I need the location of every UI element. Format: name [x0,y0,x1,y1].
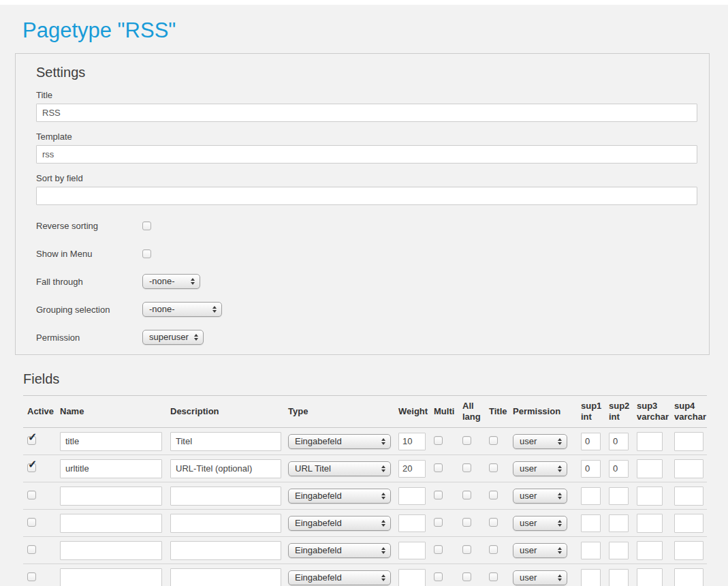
field-weight-input[interactable] [398,514,426,532]
field-active-checkbox[interactable] [27,463,36,472]
field-weight-input[interactable] [398,433,426,450]
field-type-select[interactable]: Eingabefeld [288,543,391,558]
column-header-sup4-varchar: sup4 varchar [674,401,707,422]
field-title-checkbox[interactable] [489,491,498,499]
field-sup2-input[interactable] [609,542,629,559]
field-multi-checkbox[interactable] [434,491,443,499]
field-sup3-input[interactable] [637,487,663,506]
field-weight-input[interactable] [398,460,426,478]
field-type-select[interactable]: Eingabefeld [288,434,391,449]
field-type-select[interactable]: URL Titel [288,461,391,476]
permission-select[interactable]: superuser [142,330,204,345]
field-type-select[interactable]: Eingabefeld [288,489,391,504]
field-sup4-input[interactable] [674,487,703,506]
field-active-checkbox[interactable] [27,545,36,554]
field-sup4-input[interactable] [674,541,703,560]
field-sup2-input[interactable] [609,433,629,450]
field-all-lang-checkbox[interactable] [462,463,471,472]
field-name-input[interactable] [60,432,162,451]
field-multi-checkbox[interactable] [434,463,443,472]
field-sup4-input[interactable] [674,568,703,586]
field-active-checkbox[interactable] [27,436,36,445]
field-sup3-input[interactable] [637,568,663,586]
field-permission-select[interactable]: user [513,516,567,531]
title-input[interactable] [36,104,697,122]
select-arrows-icon [558,493,562,499]
field-sup3-input[interactable] [637,541,663,560]
field-sup1-input[interactable] [581,460,601,478]
field-all-lang-checkbox[interactable] [462,518,471,527]
field-sup3-input[interactable] [637,514,663,533]
field-description-input[interactable] [170,459,281,478]
field-multi-checkbox[interactable] [434,572,443,581]
field-name-input[interactable] [60,541,162,560]
field-name-input[interactable] [60,459,162,478]
field-sup1-input[interactable] [581,542,601,559]
field-all-lang-checkbox[interactable] [462,545,471,554]
sort-by-field-label: Sort by field [36,173,697,183]
field-permission-select-value: user [520,491,537,501]
field-name-input[interactable] [60,568,162,586]
page-title: Pagetype "RSS" [22,18,728,43]
field-name-input[interactable] [60,514,162,533]
field-permission-select-value: user [520,436,537,446]
field-active-checkbox[interactable] [27,518,36,527]
grouping-selection-select[interactable]: -none- [142,302,222,317]
column-header-permission: Permission [513,406,581,417]
field-sup3-input[interactable] [637,432,663,451]
field-sup3-input[interactable] [637,459,663,478]
field-weight-input[interactable] [398,542,426,559]
field-multi-checkbox[interactable] [434,545,443,554]
field-title-checkbox[interactable] [489,463,498,472]
field-description-input[interactable] [170,541,281,560]
fall-through-select[interactable]: -none- [142,274,200,289]
column-header-multi: Multi [432,406,461,417]
field-active-checkbox[interactable] [27,491,36,499]
field-permission-select[interactable]: user [513,461,567,476]
field-type-select[interactable]: Eingabefeld [288,570,391,585]
field-multi-checkbox[interactable] [434,436,443,445]
field-multi-checkbox[interactable] [434,518,443,527]
field-sup2-input[interactable] [609,460,629,478]
field-permission-select[interactable]: user [513,434,567,449]
field-all-lang-checkbox[interactable] [462,572,471,581]
template-input[interactable] [36,145,697,164]
field-weight-input[interactable] [398,569,426,586]
field-sup1-input[interactable] [581,514,601,532]
field-sup4-input[interactable] [674,459,703,478]
field-sup4-input[interactable] [674,514,703,533]
reverse-sorting-checkbox[interactable] [142,221,151,230]
field-description-input[interactable] [170,432,281,451]
field-title-checkbox[interactable] [489,518,498,527]
settings-fieldset: Settings Title Template Sort by field Re… [15,53,710,355]
field-sup4-input[interactable] [674,432,703,451]
field-all-lang-checkbox[interactable] [462,436,471,445]
field-description-input[interactable] [170,487,281,506]
field-title-checkbox[interactable] [489,545,498,554]
field-row: Eingabefeld user [23,482,707,510]
field-sup2-input[interactable] [609,514,629,532]
show-in-menu-checkbox[interactable] [142,249,151,258]
field-title-checkbox[interactable] [489,572,498,581]
field-description-input[interactable] [170,514,281,533]
fall-through-row: Fall through -none- [36,274,697,289]
field-sup2-input[interactable] [609,569,629,586]
field-name-input[interactable] [60,487,162,506]
column-header-description: Description [170,406,288,417]
field-sup1-input[interactable] [581,433,601,450]
field-active-checkbox[interactable] [27,572,36,581]
field-permission-select[interactable]: user [513,543,567,558]
field-weight-input[interactable] [398,487,426,505]
field-sup1-input[interactable] [581,569,601,586]
field-title-checkbox[interactable] [489,436,498,445]
field-all-lang-checkbox[interactable] [462,491,471,499]
field-permission-select[interactable]: user [513,489,567,504]
field-sup1-input[interactable] [581,487,601,505]
grouping-selection-select-value: -none- [149,304,175,314]
field-type-select[interactable]: Eingabefeld [288,516,391,531]
field-permission-select[interactable]: user [513,570,567,585]
sort-by-field-input[interactable] [36,187,697,205]
field-sup2-input[interactable] [609,487,629,505]
field-description-input[interactable] [170,568,281,586]
fields-heading: Fields [23,371,728,387]
